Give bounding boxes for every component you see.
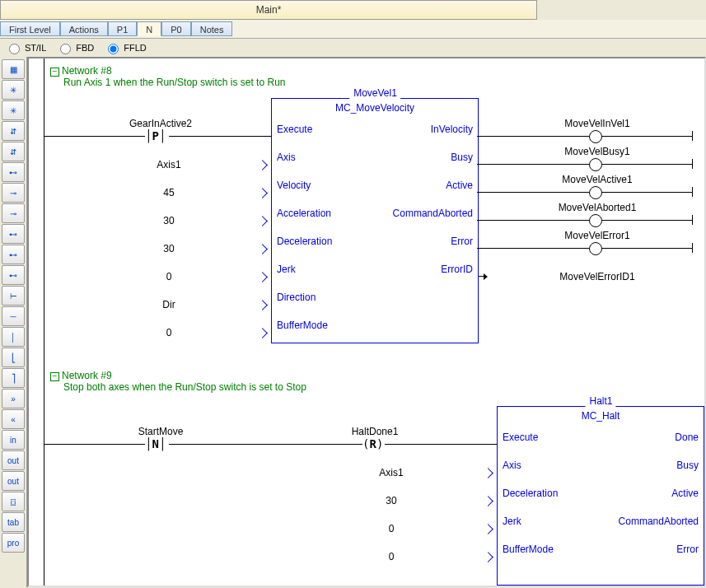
tool-link-icon[interactable]: ⊷ bbox=[2, 162, 25, 182]
coil[interactable] bbox=[589, 130, 602, 143]
input-value[interactable]: 0 bbox=[103, 327, 235, 338]
tool-coil2-icon[interactable]: ⇵ bbox=[2, 142, 25, 161]
tool-out2-icon[interactable]: out bbox=[2, 471, 25, 491]
tool-link5-icon[interactable]: ⊷ bbox=[2, 245, 25, 264]
coil[interactable] bbox=[589, 158, 602, 171]
pin-commandaborted: CommandAborted bbox=[619, 516, 699, 527]
wire bbox=[169, 136, 271, 137]
contact-label: GearInActive2 bbox=[111, 118, 210, 129]
right-rail-seg bbox=[692, 187, 693, 197]
tool-jumpback-icon[interactable]: « bbox=[2, 409, 25, 429]
pin-execute: Execute bbox=[277, 124, 312, 135]
tool-contact2-icon[interactable]: ✳ bbox=[2, 100, 25, 120]
tabs-row: First Level Actions P1 N P0 Notes bbox=[0, 20, 706, 39]
collapse-icon[interactable]: − bbox=[50, 68, 59, 77]
input-value[interactable]: 30 bbox=[103, 215, 235, 226]
wire bbox=[602, 192, 693, 193]
function-block-movevel[interactable]: MoveVel1 MC_MoveVelocity ExecuteInVeloci… bbox=[271, 98, 479, 343]
function-block-halt[interactable]: Halt1 MC_Halt ExecuteDone AxisBusy Decel… bbox=[497, 406, 704, 586]
network9-comment: Stop both axes when the Run/Stop switch … bbox=[63, 381, 306, 393]
coil[interactable] bbox=[589, 186, 602, 199]
tool-tab-icon[interactable]: tab bbox=[2, 512, 25, 532]
input-value[interactable]: 30 bbox=[325, 495, 457, 506]
pin-error: Error bbox=[676, 544, 699, 555]
input-value[interactable]: 45 bbox=[103, 187, 235, 198]
pin-velocity: Velocity bbox=[277, 180, 311, 191]
out-arrow-icon bbox=[479, 273, 489, 281]
tab-p0[interactable]: P0 bbox=[161, 21, 190, 36]
coil-label: MoveVelActive1 bbox=[523, 174, 671, 185]
tool-select-icon[interactable]: ▦ bbox=[2, 59, 25, 79]
input-value[interactable]: 30 bbox=[103, 243, 235, 254]
wire bbox=[602, 248, 693, 249]
wire bbox=[169, 444, 362, 445]
coil-label: MoveVelInVel1 bbox=[523, 118, 671, 129]
ladder-canvas[interactable]: −Network #8 Run Axis 1 when the Run/Stop… bbox=[27, 57, 706, 587]
wire bbox=[477, 248, 589, 249]
output-var: MoveVelErrorID1 bbox=[523, 271, 671, 282]
pin-deceleration: Deceleration bbox=[503, 488, 558, 499]
wire bbox=[602, 220, 693, 221]
tool-hwire-icon[interactable]: ─ bbox=[2, 306, 25, 326]
input-value[interactable]: Axis1 bbox=[325, 467, 457, 478]
pin-axis: Axis bbox=[503, 460, 521, 471]
pin-busy: Busy bbox=[676, 460, 699, 471]
tool-vwire-icon[interactable]: │ bbox=[2, 327, 25, 347]
network9-header[interactable]: −Network #9 Stop both axes when the Run/… bbox=[50, 370, 306, 393]
tool-link3-icon[interactable]: ⊸ bbox=[2, 203, 25, 223]
chevron-icon bbox=[260, 273, 269, 281]
tool-corner2-icon[interactable]: ⎤ bbox=[2, 368, 25, 388]
pin-jerk: Jerk bbox=[277, 264, 296, 275]
collapse-icon[interactable]: − bbox=[50, 372, 59, 381]
input-value[interactable]: Axis1 bbox=[103, 159, 235, 170]
tool-link4-icon[interactable]: ⊷ bbox=[2, 224, 25, 244]
input-value[interactable]: Dir bbox=[103, 299, 235, 310]
tool-coil-icon[interactable]: ⇵ bbox=[2, 121, 25, 141]
tool-link6-icon[interactable]: ⊷ bbox=[2, 265, 25, 285]
tool-branch-icon[interactable]: ⊢ bbox=[2, 286, 25, 306]
input-value[interactable]: 0 bbox=[103, 271, 235, 282]
pin-deceleration: Deceleration bbox=[277, 236, 332, 247]
radio-fbd[interactable]: FBD bbox=[56, 41, 94, 54]
tab-first-level[interactable]: First Level bbox=[0, 21, 60, 36]
wire bbox=[602, 164, 693, 165]
wire bbox=[44, 444, 145, 445]
n-contact[interactable]: │N│ bbox=[145, 437, 166, 450]
network8-header[interactable]: −Network #8 Run Axis 1 when the Run/Stop… bbox=[50, 65, 285, 88]
tool-link2-icon[interactable]: ⊸ bbox=[2, 183, 25, 203]
tool-in-icon[interactable]: in bbox=[2, 430, 25, 450]
chevron-icon bbox=[260, 329, 269, 337]
tab-p1[interactable]: P1 bbox=[108, 21, 137, 36]
right-rail-seg bbox=[692, 131, 693, 141]
tool-jumpfwd-icon[interactable]: » bbox=[2, 389, 25, 408]
pin-direction: Direction bbox=[277, 292, 316, 303]
tab-actions[interactable]: Actions bbox=[60, 21, 108, 36]
tab-notes[interactable]: Notes bbox=[191, 21, 233, 36]
radio-stil[interactable]: ST/IL bbox=[5, 41, 46, 54]
p-contact[interactable]: │P│ bbox=[145, 129, 166, 142]
tool-out-icon[interactable]: out bbox=[2, 450, 25, 470]
input-value[interactable]: 0 bbox=[325, 551, 457, 562]
radio-ffld[interactable]: FFLD bbox=[104, 41, 147, 54]
pin-active: Active bbox=[671, 488, 699, 499]
r-contact[interactable]: (R) bbox=[362, 437, 383, 450]
tool-corner1-icon[interactable]: ⎣ bbox=[2, 348, 25, 367]
tool-pro-icon[interactable]: pro bbox=[2, 533, 25, 553]
coil[interactable] bbox=[589, 214, 602, 227]
wire bbox=[477, 164, 589, 165]
view-mode-radios: ST/IL FBD FFLD bbox=[0, 39, 706, 57]
right-rail-seg bbox=[692, 215, 693, 225]
coil[interactable] bbox=[589, 242, 602, 255]
coil-label: MoveVelBusy1 bbox=[523, 146, 671, 157]
wire bbox=[385, 444, 497, 445]
fb-instance-name: MoveVel1 bbox=[349, 87, 400, 99]
tool-loop-icon[interactable]: ⌼ bbox=[2, 492, 25, 511]
tool-contact-icon[interactable]: ✳ bbox=[2, 80, 25, 100]
tab-n[interactable]: N bbox=[137, 21, 161, 36]
input-value[interactable]: 0 bbox=[325, 523, 457, 534]
chevron-icon bbox=[260, 217, 269, 225]
chevron-icon bbox=[486, 469, 494, 477]
wire bbox=[602, 136, 693, 137]
contact-label: HaltDone1 bbox=[325, 426, 424, 437]
fb-type-name: MC_MoveVelocity bbox=[272, 99, 478, 115]
